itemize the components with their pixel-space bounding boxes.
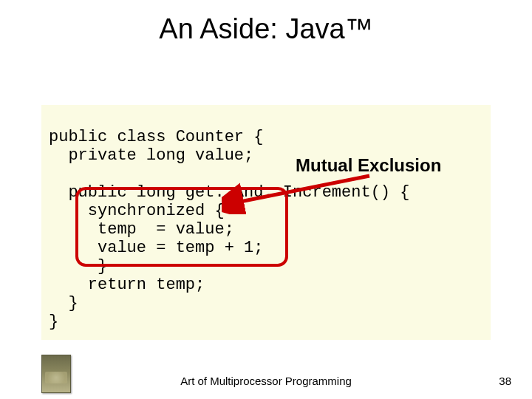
code-line: return temp; <box>49 276 205 294</box>
code-line: public class Counter { <box>49 128 263 146</box>
slide: An Aside: Java™ public class Counter { p… <box>0 0 532 399</box>
code-line: } <box>49 313 58 331</box>
annotation-label: Mutual Exclusion <box>296 155 441 176</box>
code-line: private long value; <box>49 146 253 165</box>
page-title: An Aside: Java™ <box>0 13 532 45</box>
code-line: } <box>49 294 78 313</box>
page-number: 38 <box>499 375 511 387</box>
footer-text: Art of Multiprocessor Programming <box>0 375 532 387</box>
highlight-box <box>75 187 288 267</box>
